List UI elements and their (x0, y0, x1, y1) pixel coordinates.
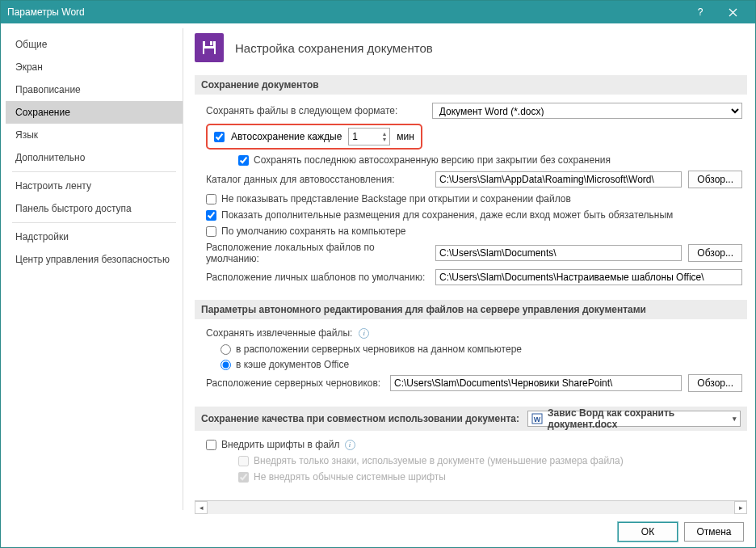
section-title-save: Сохранение документов (195, 75, 747, 95)
sidebar-item-display[interactable]: Экран (6, 56, 183, 78)
scroll-left-icon[interactable]: ◂ (195, 501, 208, 514)
autosave-checkbox[interactable] (214, 132, 225, 142)
server-drafts-radio-label: в расположении серверных черновиков на д… (236, 344, 522, 355)
no-system-fonts-label: Не внедрять обычные системные шрифты (254, 471, 446, 483)
show-additional-checkbox[interactable] (206, 210, 216, 221)
sidebar-item-advanced[interactable]: Дополнительно (6, 146, 183, 169)
sidebar-item-language[interactable]: Язык (6, 124, 183, 146)
svg-rect-4 (204, 48, 214, 54)
sidebar-item-save[interactable]: Сохранение (6, 101, 183, 124)
section-title-offline: Параметры автономного редактирования для… (195, 300, 747, 319)
sidebar-item-addins[interactable]: Надстройки (6, 226, 183, 248)
default-templates-path-label: Расположение личных шаблонов по умолчани… (206, 272, 429, 283)
word-doc-icon: W (531, 413, 543, 424)
category-sidebar: Общие Экран Правописание Сохранение Язык… (6, 28, 183, 510)
sidebar-item-quick-access[interactable]: Панель быстрого доступа (6, 197, 183, 220)
spin-icon[interactable]: ▴▾ (383, 131, 386, 142)
embed-fonts-checkbox[interactable] (206, 440, 216, 450)
server-drafts-browse-button[interactable]: Обзор... (688, 374, 742, 392)
save-checked-out-label: Сохранять извлеченные файлы: (206, 327, 352, 339)
office-cache-radio-label: в кэше документов Office (236, 359, 349, 370)
keep-last-autosave-label: Сохранять последнюю автосохраненную верс… (254, 154, 611, 166)
autorecover-browse-button[interactable]: Обзор... (688, 171, 742, 188)
window-title: Параметры Word (7, 6, 684, 18)
document-select[interactable]: W Завис Ворд как сохранить документ.docx… (527, 411, 741, 427)
embed-chars-checkbox (238, 456, 249, 466)
save-to-computer-label: По умолчанию сохранять на компьютере (221, 226, 406, 237)
save-format-label: Сохранять файлы в следующем формате: (206, 105, 426, 116)
no-system-fonts-checkbox (238, 472, 249, 483)
svg-rect-3 (210, 41, 212, 45)
server-drafts-path-label: Расположение серверных черновиков: (206, 377, 384, 389)
save-format-select[interactable]: Документ Word (*.docx) (432, 103, 742, 119)
server-drafts-radio[interactable] (220, 344, 231, 355)
sidebar-item-customize-ribbon[interactable]: Настроить ленту (6, 175, 183, 197)
default-local-browse-button[interactable]: Обзор... (688, 244, 742, 262)
main-panel: Настройка сохранения документов Сохранен… (183, 23, 755, 515)
default-templates-path-input[interactable] (435, 269, 742, 285)
no-backstage-label: Не показывать представление Backstage пр… (221, 193, 571, 204)
embed-fonts-label: Внедрить шрифты в файл (221, 439, 340, 450)
save-to-computer-checkbox[interactable] (206, 226, 216, 237)
close-icon[interactable] (716, 1, 749, 23)
page-title: Настройка сохранения документов (235, 41, 433, 55)
scroll-right-icon[interactable]: ▸ (734, 501, 747, 514)
info-icon[interactable]: i (345, 440, 355, 450)
autosave-minutes-input[interactable]: 1 ▴▾ (348, 128, 390, 145)
ok-button[interactable]: ОК (618, 522, 678, 542)
svg-text:W: W (534, 415, 541, 424)
help-icon[interactable]: ? (684, 1, 716, 23)
chevron-down-icon: ▾ (733, 415, 737, 423)
autorecover-path-label: Каталог данных для автовосстановления: (206, 174, 429, 185)
keep-last-autosave-checkbox[interactable] (238, 155, 249, 166)
server-drafts-path-input[interactable] (390, 375, 682, 391)
autorecover-path-input[interactable] (435, 171, 682, 188)
sidebar-item-general[interactable]: Общие (6, 33, 183, 56)
save-heading-icon (195, 33, 224, 62)
section-title-sharing: Сохранение качества при совместном испол… (195, 407, 747, 431)
info-icon[interactable]: i (359, 328, 369, 339)
embed-chars-label: Внедрять только знаки, используемые в до… (254, 455, 624, 466)
document-select-label: Завис Ворд как сохранить документ.docx (548, 407, 728, 430)
default-local-path-input[interactable] (435, 245, 682, 261)
office-cache-radio[interactable] (220, 360, 231, 370)
autosave-highlight: Автосохранение каждые 1 ▴▾ мин (206, 124, 422, 150)
horizontal-scrollbar[interactable]: ◂ ▸ (195, 500, 747, 513)
cancel-button[interactable]: Отмена (684, 522, 744, 542)
show-additional-label: Показать дополнительные размещения для с… (221, 209, 673, 221)
autosave-label: Автосохранение каждые (231, 131, 342, 142)
sidebar-item-proofing[interactable]: Правописание (6, 78, 183, 101)
dialog-footer: ОК Отмена (1, 515, 755, 547)
sidebar-item-trust-center[interactable]: Центр управления безопасностью (6, 248, 183, 271)
autosave-unit: мин (397, 131, 414, 142)
no-backstage-checkbox[interactable] (206, 194, 216, 204)
default-local-path-label: Расположение локальных файлов по умолчан… (206, 242, 429, 264)
title-bar: Параметры Word ? (1, 1, 755, 23)
page-heading: Настройка сохранения документов (195, 33, 747, 62)
